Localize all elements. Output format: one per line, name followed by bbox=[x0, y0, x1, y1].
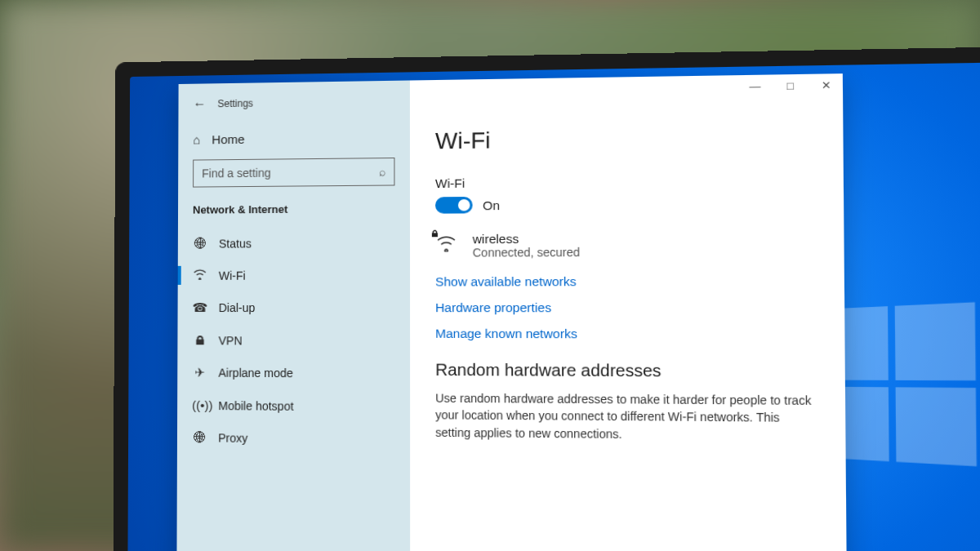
search-input[interactable]: Find a setting ⌕ bbox=[193, 158, 394, 188]
sidebar-item-label: Status bbox=[219, 237, 252, 250]
settings-sidebar: ← Settings ⌂ Home Find a setting ⌕ Netwo… bbox=[176, 81, 410, 551]
link-available-networks[interactable]: Show available networks bbox=[435, 273, 817, 288]
globe-icon: 🌐︎ bbox=[193, 237, 207, 251]
sidebar-item-proxy[interactable]: 🌐︎ Proxy bbox=[177, 421, 410, 455]
link-manage-known[interactable]: Manage known networks bbox=[435, 327, 818, 342]
sidebar-nav: 🌐︎ Status Wi-Fi ☎︎ Dial-up 🔒︎ bbox=[177, 226, 410, 455]
search-icon: ⌕ bbox=[379, 165, 385, 178]
sidebar-item-label: Airplane mode bbox=[218, 367, 292, 380]
settings-main-panel: — □ ✕ Wi-Fi Wi-Fi On 🔒︎ bbox=[410, 73, 847, 551]
wifi-toggle-label: Wi-Fi bbox=[435, 173, 817, 191]
hotspot-icon: ((•)) bbox=[192, 398, 207, 412]
sidebar-item-dialup[interactable]: ☎︎ Dial-up bbox=[178, 291, 411, 325]
wifi-toggle-row: On bbox=[435, 194, 817, 214]
sidebar-item-wifi[interactable]: Wi-Fi bbox=[178, 259, 410, 291]
page-title: Wi-Fi bbox=[435, 123, 817, 154]
back-arrow-icon[interactable]: ← bbox=[193, 96, 206, 111]
sidebar-item-label: Wi-Fi bbox=[219, 269, 246, 282]
wifi-signal-icon: 🔒︎ bbox=[435, 232, 461, 256]
dialup-icon: ☎︎ bbox=[193, 300, 207, 315]
maximize-button[interactable]: □ bbox=[782, 79, 799, 92]
close-button[interactable]: ✕ bbox=[817, 79, 834, 92]
category-heading: Network & Internet bbox=[178, 202, 410, 228]
section-description: Use random hardware addresses to make it… bbox=[435, 389, 818, 444]
sidebar-item-hotspot[interactable]: ((•)) Mobile hotspot bbox=[177, 389, 410, 424]
wifi-icon bbox=[193, 269, 207, 282]
home-nav-item[interactable]: ⌂ Home bbox=[178, 123, 410, 160]
wifi-toggle[interactable] bbox=[435, 197, 473, 214]
settings-window: ← Settings ⌂ Home Find a setting ⌕ Netwo… bbox=[176, 73, 847, 551]
sidebar-item-label: Proxy bbox=[218, 431, 247, 445]
sidebar-item-label: Mobile hotspot bbox=[218, 398, 293, 412]
window-title-row: ← Settings bbox=[178, 91, 410, 127]
sidebar-item-status[interactable]: 🌐︎ Status bbox=[178, 226, 410, 260]
connection-status: Connected, secured bbox=[473, 246, 580, 260]
monitor-bezel: ← Settings ⌂ Home Find a setting ⌕ Netwo… bbox=[114, 47, 980, 551]
window-controls: — □ ✕ bbox=[747, 79, 834, 93]
link-hardware-properties[interactable]: Hardware properties bbox=[435, 300, 817, 315]
sidebar-item-vpn[interactable]: 🔒︎ VPN bbox=[177, 324, 410, 357]
lock-icon: 🔒︎ bbox=[430, 229, 439, 238]
sidebar-item-airplane[interactable]: ✈︎ Airplane mode bbox=[177, 356, 410, 390]
home-label: Home bbox=[212, 132, 244, 147]
wifi-toggle-state: On bbox=[483, 198, 500, 212]
sidebar-item-label: Dial-up bbox=[219, 301, 256, 314]
home-icon: ⌂ bbox=[193, 132, 200, 146]
vpn-icon: 🔒︎ bbox=[192, 333, 207, 347]
desktop-screen: ← Settings ⌂ Home Find a setting ⌕ Netwo… bbox=[127, 62, 980, 551]
airplane-icon: ✈︎ bbox=[192, 365, 207, 380]
minimize-button[interactable]: — bbox=[747, 80, 764, 93]
current-connection[interactable]: 🔒︎ wireless Connected, secured bbox=[435, 230, 817, 260]
window-title: Settings bbox=[217, 98, 253, 110]
sidebar-item-label: VPN bbox=[219, 334, 243, 347]
section-heading: Random hardware addresses bbox=[435, 361, 818, 382]
connection-name: wireless bbox=[473, 231, 580, 246]
proxy-icon: 🌐︎ bbox=[192, 430, 207, 444]
search-placeholder: Find a setting bbox=[202, 167, 271, 180]
